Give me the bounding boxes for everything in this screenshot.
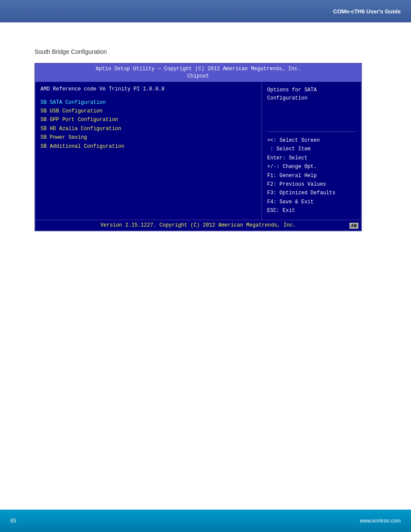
help-key-0: ><: Select Screen: [267, 136, 356, 145]
header-bar: COMe-cTH6 User's Guide: [0, 0, 411, 22]
footer-website: www.kontron.com: [360, 518, 401, 524]
bios-footer-text: Version 2.15.1227. Copyright (C) 2012 Am…: [100, 222, 296, 228]
bios-menu-item-1[interactable]: SB USB Configuration: [40, 107, 256, 115]
bios-menu-item-2[interactable]: SB GPP Port Configuration: [40, 115, 256, 124]
bios-ref-version: AMD Reference code Ve Trinity PI 1.0.0.8: [40, 86, 256, 92]
bios-options-subtitle: Configuration: [267, 95, 308, 101]
help-key-7: F4: Save & Exit: [267, 198, 356, 206]
bios-menu-item-5[interactable]: SB Additional Configuration: [40, 142, 256, 151]
bios-footer-badge: AB: [349, 223, 358, 229]
bios-title-line2: Chipset: [35, 73, 361, 80]
bios-title-bar: Aptio Setup Utility — Copyright (C) 2012…: [35, 64, 361, 82]
main-content: South Bridge Configuration Aptio Setup U…: [0, 22, 411, 257]
header-title: COMe-cTH6 User's Guide: [333, 8, 401, 15]
bios-menu-item-3[interactable]: SB HD Azalia Configuration: [40, 124, 256, 133]
bios-divider: [267, 131, 356, 132]
bios-right-panel: Options for SATA Configuration ><: Selec…: [262, 82, 361, 220]
bios-options-text: Options for SATA Configuration: [267, 86, 356, 103]
bios-menu-item-4[interactable]: SB Power Saving: [40, 133, 256, 142]
bios-left-panel: AMD Reference code Ve Trinity PI 1.0.0.8…: [35, 82, 262, 220]
bios-body: AMD Reference code Ve Trinity PI 1.0.0.8…: [35, 82, 361, 220]
help-key-3: +/-: Change Opt.: [267, 162, 356, 171]
bios-menu-item-0[interactable]: SB SATA Configuration: [40, 98, 256, 107]
bios-footer: Version 2.15.1227. Copyright (C) 2012 Am…: [35, 220, 361, 230]
help-key-5: F2: Previous Values: [267, 180, 356, 189]
help-key-2: Enter: Select: [267, 154, 356, 162]
section-title: South Bridge Configuration: [34, 48, 377, 55]
bios-screen: Aptio Setup Utility — Copyright (C) 2012…: [34, 63, 362, 231]
help-key-8: ESC: Exit: [267, 206, 356, 215]
bios-title-line1: Aptio Setup Utility — Copyright (C) 2012…: [35, 65, 361, 73]
help-key-4: F1: General Help: [267, 171, 356, 180]
footer-page-number: 65: [10, 518, 16, 524]
footer-bar: 65 www.kontron.com: [0, 510, 411, 532]
bios-options-title: Options for SATA: [267, 87, 317, 93]
bios-help-text: ><: Select Screen : Select Item Enter: S…: [267, 136, 356, 215]
help-key-6: F3: Optinized Defaults: [267, 189, 356, 197]
bios-right-bottom: ><: Select Screen : Select Item Enter: S…: [267, 127, 356, 215]
help-key-1: : Select Item: [267, 145, 356, 153]
